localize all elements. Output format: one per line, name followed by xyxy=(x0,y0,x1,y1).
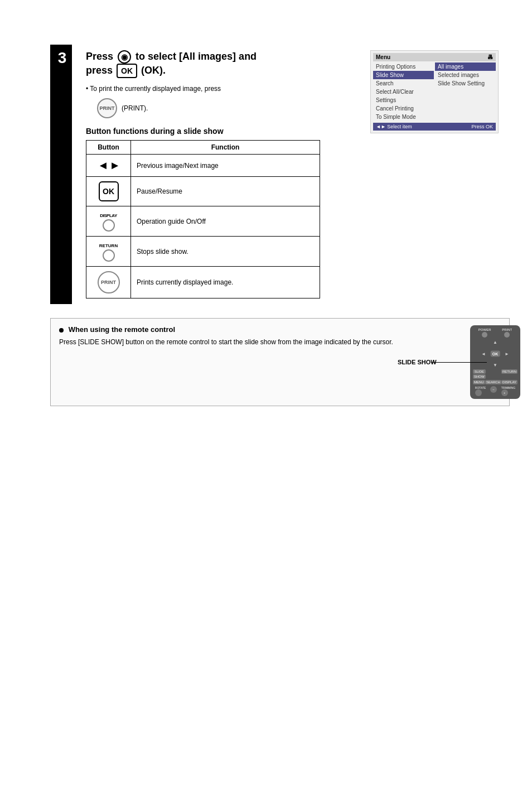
remote-bottom-row: ROTATE − TRIMMING + xyxy=(473,386,518,396)
remote-top-row: POWER PRINT xyxy=(473,328,518,338)
print-note: • To print the currently displayed image… xyxy=(86,85,356,93)
remote-return-btn: RETURN xyxy=(501,369,518,379)
col-function: Function xyxy=(131,141,320,155)
rotate-circle xyxy=(475,389,482,396)
remote-slideshow-btn: SLIDE SHOW xyxy=(473,369,486,379)
btn-ok-icon: OK xyxy=(117,64,137,78)
menu-item-settings[interactable]: Settings xyxy=(373,96,434,104)
remote-search-btn: SEARCH xyxy=(485,380,501,384)
remote-section: When using the remote control Press [SLI… xyxy=(50,318,510,406)
dpad-down: ▼ xyxy=(493,363,497,368)
remote-image-container: SLIDE SHOW POWER P xyxy=(428,325,501,399)
btn-cell-arrows: ◄ ► xyxy=(86,155,131,177)
function-text-4: Stops slide show. xyxy=(131,237,320,267)
remote-print: PRINT xyxy=(502,328,512,338)
table-row: OK Pause/Resume xyxy=(86,177,320,206)
menu-item-search[interactable]: Search xyxy=(373,79,434,88)
step-section: 3 Press ◉ to select [All images] andpres… xyxy=(50,45,510,304)
step-top-area: Press ◉ to select [All images] andpress … xyxy=(86,50,504,298)
dpad-ok: OK xyxy=(491,351,500,357)
dpad-left: ◄ xyxy=(481,351,486,357)
step-content: Press ◉ to select [All images] andpress … xyxy=(83,45,510,304)
menu-right-col: All images Selected images Slide Show Se… xyxy=(435,62,496,121)
menu-screenshot-box: Menu 🖷 Printing Options Slide Show Searc… xyxy=(370,50,499,133)
btn-cell-print: PRINT xyxy=(86,267,131,298)
menu-icon: 🖷 xyxy=(487,54,493,60)
print-button-icon-table: PRINT xyxy=(98,271,120,293)
dpad-right: ► xyxy=(505,351,509,357)
print-suffix: (PRINT). xyxy=(122,104,148,112)
menu-left-col: Printing Options Slide Show Search Selec… xyxy=(373,62,434,121)
menu-item-cancel[interactable]: Cancel Printing xyxy=(373,104,434,113)
btn-cell-ok: OK xyxy=(86,177,131,206)
remote-title: When using the remote control xyxy=(59,325,417,334)
title-text-1: Press xyxy=(86,51,116,62)
ok-button-icon: OK xyxy=(99,181,119,201)
trimming-circle: + xyxy=(501,389,508,396)
menu-item-slideshow[interactable]: Slide Show xyxy=(373,71,434,79)
print-note-btn-row: PRINT (PRINT). xyxy=(97,98,356,118)
title-text-3: (OK). xyxy=(141,65,166,76)
table-row: PRINT Prints currently displayed image. xyxy=(86,267,320,298)
menu-title-bar: Menu 🖷 xyxy=(373,53,496,61)
remote-mid-row2: MENU SEARCH DISPLAY xyxy=(473,380,518,384)
step-number: 3 xyxy=(52,45,72,304)
remote-display-btn: DISPLAY xyxy=(501,380,518,384)
menu-item-selectall[interactable]: Select All/Clear xyxy=(373,88,434,96)
menu-item[interactable]: Printing Options xyxy=(373,62,434,71)
step-left-content: Press ◉ to select [All images] andpress … xyxy=(86,50,356,298)
remote-dpad-area: ▲ ◄ OK ► ▼ xyxy=(473,340,518,368)
remote-minus-btn: − xyxy=(490,386,497,396)
table-row: DISPLAY Operation guide On/Off xyxy=(86,206,320,237)
functions-table: Button Function ◄ ► xyxy=(86,140,320,298)
remote-rotate-btn: ROTATE xyxy=(475,386,486,396)
menu-item-selectedimages[interactable]: Selected images xyxy=(435,71,496,79)
button-functions-title: Button functions during a slide show xyxy=(86,127,356,136)
print-note-text: • To print the currently displayed image… xyxy=(86,85,221,93)
step-title: Press ◉ to select [All images] andpress … xyxy=(86,50,356,78)
nav-arrows-icon: ◄ ► xyxy=(98,159,119,171)
print-circle xyxy=(504,332,510,338)
menu-footer: ◄► Select item Press OK xyxy=(373,123,496,131)
slide-show-arrow-line xyxy=(431,362,487,363)
menu-title-text: Menu xyxy=(376,54,390,60)
menu-item-simple[interactable]: To Simple Mode xyxy=(373,113,434,121)
table-row: RETURN Stops slide show. xyxy=(86,237,320,267)
page-container: 3 Press ◉ to select [All images] andpres… xyxy=(0,0,532,785)
remote-trimming-btn: TRIMMING + xyxy=(501,386,515,396)
menu-footer-left: ◄► Select item xyxy=(376,124,412,129)
table-row: ◄ ► Previous image/Next image xyxy=(86,155,320,177)
menu-footer-right: Press OK xyxy=(471,124,493,129)
menu-item-allimages[interactable]: All images xyxy=(435,62,496,71)
function-text-1: Previous image/Next image xyxy=(131,155,320,177)
remote-text: When using the remote control Press [SLI… xyxy=(59,325,417,347)
remote-description: Press [SLIDE SHOW] button on the remote … xyxy=(59,337,417,347)
menu-item-slideshowsetting[interactable]: Slide Show Setting xyxy=(435,79,496,88)
power-circle xyxy=(482,332,487,338)
remote-power: POWER xyxy=(478,328,491,338)
function-text-3: Operation guide On/Off xyxy=(131,206,320,237)
menu-body: Printing Options Slide Show Search Selec… xyxy=(373,62,496,121)
remote-menu-btn: MENU xyxy=(473,380,485,384)
button-functions: Button functions during a slide show But… xyxy=(86,127,356,298)
remote-mid-row1: SLIDE SHOW RETURN xyxy=(473,369,518,379)
function-text-2: Pause/Resume xyxy=(131,177,320,206)
btn-dial-icon: ◉ xyxy=(118,50,131,64)
dpad-up: ▲ xyxy=(493,340,497,345)
btn-cell-display: DISPLAY xyxy=(86,206,131,237)
remote-dpad: ▲ ◄ OK ► ▼ xyxy=(481,340,509,368)
bullet-icon xyxy=(59,328,64,333)
display-button-icon: DISPLAY xyxy=(100,213,117,232)
col-button: Button xyxy=(86,141,131,155)
minus-circle: − xyxy=(490,386,497,393)
print-button-icon: PRINT xyxy=(97,98,117,118)
menu-screenshot: Menu 🖷 Printing Options Slide Show Searc… xyxy=(370,50,504,133)
return-button-icon: RETURN xyxy=(99,243,118,262)
function-text-5: Prints currently displayed image. xyxy=(131,267,320,298)
btn-cell-return: RETURN xyxy=(86,237,131,267)
main-content: 3 Press ◉ to select [All images] andpres… xyxy=(50,45,510,406)
